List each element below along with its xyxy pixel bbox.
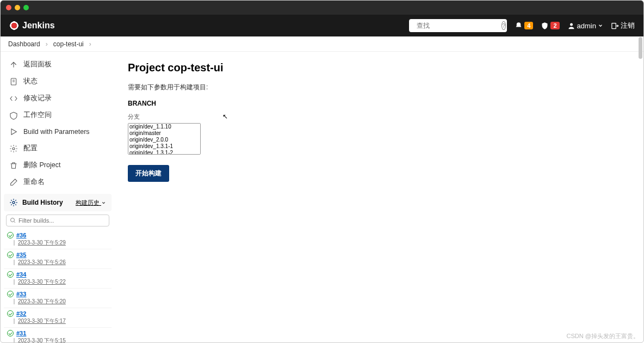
breadcrumb-root[interactable]: Dashboard [8, 40, 40, 48]
main-content: Project cop-test-ui 需要如下参数用于构建项目: BRANCH… [115, 52, 643, 342]
rename-icon [9, 178, 18, 187]
svg-marker-7 [11, 129, 16, 135]
sidebar-item-label: 修改记录 [23, 94, 52, 103]
success-icon [7, 232, 14, 238]
window-titlebar [1, 1, 643, 15]
svg-point-9 [13, 201, 15, 204]
sidebar: 返回面板状态修改记录工作空间Build with Parameters配置删除 … [1, 52, 115, 342]
sidebar-item-label: 删除 Project [23, 161, 60, 170]
chevron-down-icon [101, 200, 106, 205]
configure-icon [9, 144, 18, 153]
sidebar-item-build-params[interactable]: Build with Parameters [4, 124, 112, 140]
search-box[interactable]: ? [409, 19, 507, 32]
notifications-button[interactable]: 4 [515, 22, 533, 30]
sidebar-item-back[interactable]: 返回面板 [4, 56, 112, 73]
sidebar-item-label: 配置 [23, 144, 38, 153]
build-id-link[interactable]: #34 [16, 271, 26, 278]
search-input[interactable] [417, 22, 498, 29]
sidebar-item-label: 状态 [23, 77, 38, 86]
build-time-link[interactable]: 2023-3-30 下午5:22 [18, 279, 66, 285]
success-icon [7, 252, 14, 258]
chevron-right-icon: › [89, 40, 91, 48]
gear-sun-icon [9, 198, 18, 207]
filter-builds-box[interactable] [6, 215, 109, 226]
success-icon [7, 291, 14, 297]
breadcrumb: Dashboard › cop-test-ui › [1, 36, 643, 52]
status-icon [9, 77, 18, 86]
changes-icon [9, 94, 18, 103]
branch-option[interactable]: origin/dev_2.0.0 [128, 137, 200, 143]
user-menu[interactable]: admin [567, 22, 603, 30]
build-id-link[interactable]: #33 [16, 291, 26, 297]
build-time-link[interactable]: 2023-3-30 下午5:26 [18, 259, 66, 265]
brand-logo[interactable]: Jenkins [9, 21, 55, 30]
workspace-icon [9, 111, 18, 120]
build-item: #362023-3-30 下午5:29 [4, 230, 112, 249]
build-time-link[interactable]: 2023-3-30 下午5:15 [18, 338, 66, 342]
search-help-icon[interactable]: ? [501, 21, 506, 30]
sidebar-item-changes[interactable]: 修改记录 [4, 90, 112, 107]
sidebar-item-label: 重命名 [23, 177, 45, 187]
success-icon [7, 330, 14, 336]
window-maximize-dot[interactable] [23, 5, 29, 10]
filter-builds-input[interactable] [18, 217, 106, 224]
alert-badge: 2 [550, 22, 559, 29]
brand-name: Jenkins [22, 21, 55, 30]
build-id-link[interactable]: #32 [16, 310, 26, 317]
sidebar-item-label: 工作空间 [23, 111, 52, 120]
param-name-label: BRANCH [128, 100, 630, 107]
build-history-title: Build History [22, 199, 63, 206]
breadcrumb-project[interactable]: cop-test-ui [53, 40, 84, 48]
app-header: Jenkins ? 4 2 admin 注销 [1, 15, 643, 36]
vertical-scrollbar[interactable] [639, 37, 642, 59]
build-time-link[interactable]: 2023-3-30 下午5:29 [18, 240, 66, 246]
svg-point-8 [13, 148, 15, 150]
notif-badge: 4 [524, 22, 533, 29]
branch-option[interactable]: origin/dev_1.3.1-2 [128, 150, 200, 155]
sidebar-item-delete[interactable]: 删除 Project [4, 157, 112, 174]
build-history-header: Build History 构建历史 [4, 194, 112, 211]
help-text: 需要如下参数用于构建项目: [128, 83, 630, 92]
build-time-link[interactable]: 2023-3-30 下午5:17 [18, 318, 66, 324]
window-close-dot[interactable] [6, 5, 11, 10]
sidebar-item-workspace[interactable]: 工作空间 [4, 107, 112, 124]
build-id-link[interactable]: #36 [16, 232, 26, 238]
branch-option[interactable]: origin/dev_1.3.1-1 [128, 143, 200, 150]
build-history-trend-link[interactable]: 构建历史 [76, 199, 106, 207]
success-icon [7, 271, 14, 278]
branch-option[interactable]: origin/master [128, 130, 200, 137]
param-sub-label: 分支 [128, 113, 630, 121]
sidebar-item-status[interactable]: 状态 [4, 73, 112, 90]
build-item: #342023-3-30 下午5:22 [4, 269, 112, 289]
delete-icon [9, 161, 18, 170]
build-time-link[interactable]: 2023-3-30 下午5:20 [18, 298, 66, 304]
search-icon [10, 217, 16, 224]
sidebar-item-label: Build with Parameters [23, 128, 90, 136]
window-minimize-dot[interactable] [15, 5, 20, 10]
svg-rect-3 [612, 23, 616, 28]
user-name: admin [577, 22, 596, 30]
build-item: #332023-3-30 下午5:20 [4, 289, 112, 308]
chevron-down-icon [598, 23, 603, 28]
build-id-link[interactable]: #31 [16, 330, 26, 336]
build-id-link[interactable]: #35 [16, 252, 26, 258]
branch-select[interactable]: origin/dev_1.1.10origin/masterorigin/dev… [128, 123, 201, 155]
logout-icon [611, 22, 619, 30]
build-item: #312023-3-30 下午5:15 [4, 328, 112, 342]
logout-button[interactable]: 注销 [611, 21, 635, 30]
branch-option[interactable]: origin/dev_1.1.10 [128, 124, 200, 130]
alerts-button[interactable]: 2 [541, 22, 559, 30]
sidebar-item-label: 返回面板 [23, 60, 52, 69]
sidebar-item-rename[interactable]: 重命名 [4, 174, 112, 191]
svg-point-2 [570, 23, 573, 26]
logout-label: 注销 [621, 21, 635, 30]
build-item: #322023-3-30 下午5:17 [4, 308, 112, 328]
shield-icon [541, 22, 549, 30]
chevron-right-icon: › [46, 40, 48, 48]
build-button[interactable]: 开始构建 [128, 165, 169, 182]
back-icon [9, 60, 18, 69]
sidebar-item-configure[interactable]: 配置 [4, 140, 112, 157]
page-title: Project cop-test-ui [128, 62, 630, 74]
svg-point-10 [11, 218, 15, 222]
success-icon [7, 310, 14, 317]
